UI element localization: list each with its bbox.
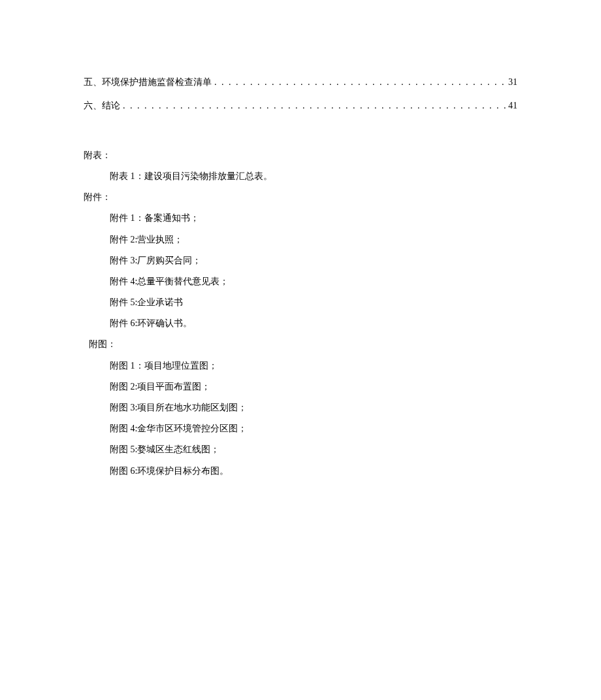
table-of-contents: 五、环境保护措施监督检查清单 . . . . . . . . . . . . .… <box>84 75 517 114</box>
attachments-section: 附表： 附表 1：建设项目污染物排放量汇总表。 附件： 附件 1：备案通知书； … <box>84 145 517 482</box>
fubiao-item: 附表 1：建设项目污染物排放量汇总表。 <box>110 166 517 187</box>
toc-entry: 五、环境保护措施监督检查清单 . . . . . . . . . . . . .… <box>84 75 517 90</box>
futu-heading: 附图： <box>89 334 517 355</box>
toc-dots: . . . . . . . . . . . . . . . . . . . . … <box>212 75 508 90</box>
fujian-item: 附件 4:总量平衡替代意见表； <box>110 271 517 292</box>
fujian-item: 附件 6:环评确认书。 <box>110 313 517 334</box>
fujian-item: 附件 3:厂房购买合同； <box>110 250 517 271</box>
fujian-item: 附件 2:营业执照； <box>110 229 517 250</box>
futu-item: 附图 3:项目所在地水功能区划图； <box>110 397 517 418</box>
fujian-item: 附件 1：备案通知书； <box>110 208 517 229</box>
futu-item: 附图 4:金华市区环境管控分区图； <box>110 418 517 439</box>
toc-page: 31 <box>508 75 517 90</box>
toc-title: 五、环境保护措施监督检查清单 <box>84 75 212 90</box>
toc-dots: . . . . . . . . . . . . . . . . . . . . … <box>120 99 508 113</box>
fubiao-heading: 附表： <box>84 145 517 166</box>
toc-entry: 六、结论 . . . . . . . . . . . . . . . . . .… <box>84 99 517 113</box>
futu-item: 附图 1：项目地理位置图； <box>110 356 517 376</box>
fujian-item: 附件 5:企业承诺书 <box>110 292 517 313</box>
toc-page: 41 <box>508 99 517 113</box>
futu-item: 附图 2:项目平面布置图； <box>110 376 517 397</box>
toc-title: 六、结论 <box>84 99 120 113</box>
futu-item: 附图 6:环境保护目标分布图。 <box>110 461 517 482</box>
futu-item: 附图 5:婺城区生态红线图； <box>110 439 517 460</box>
fujian-heading: 附件： <box>84 187 517 208</box>
